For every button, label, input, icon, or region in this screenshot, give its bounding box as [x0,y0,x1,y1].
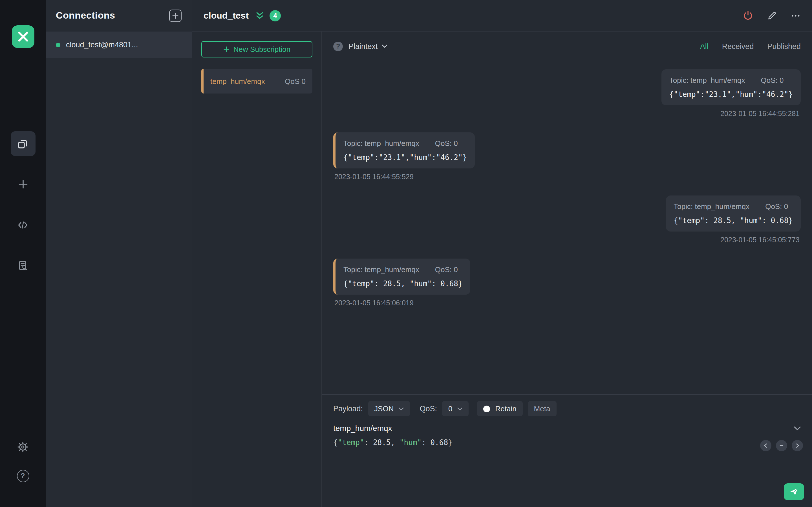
sidebar-item-new-connection[interactable] [10,172,35,196]
double-chevron-down-icon [255,11,264,20]
message-format-select[interactable]: Plaintext [349,42,388,50]
add-connection-button[interactable] [169,10,182,22]
filter-received[interactable]: Received [722,42,754,50]
message-timestamp: 2023-01-05 16:45:05:773 [719,236,801,244]
message-meta: Topic: temp_hum/emqx QoS: 0 [343,265,463,274]
topbar-actions [743,10,801,21]
arrow-right-icon [795,443,800,448]
message-topic: Topic: temp_hum/emqx [673,202,749,211]
payload-format-value: JSON [374,404,394,413]
subscription-topic: temp_hum/emqx [210,77,265,86]
message-topic: Topic: temp_hum/emqx [343,139,419,148]
main-area: cloud_test 4 [192,0,812,507]
message-payload: {"temp": 28.5, "hum": 0.68} [343,279,463,288]
messages-toolbar: ? Plaintext All Received Published [322,32,812,61]
disconnect-button[interactable] [743,10,753,21]
message-meta: Topic: temp_hum/emqx QoS: 0 [673,202,793,211]
meta-button[interactable]: Meta [528,401,557,416]
connection-title: cloud_test [204,10,249,20]
mqttx-logo-icon [17,31,29,43]
sidebar-item-connections[interactable] [10,131,35,156]
nav-icons [10,131,35,278]
question-icon: ? [20,472,25,480]
collapse-panel-button[interactable] [255,11,264,20]
chevron-down-icon [457,407,462,410]
connection-content: New Subscription temp_hum/emqx QoS 0 ? P… [192,32,812,507]
message-qos: QoS: 0 [435,265,458,274]
message-meta: Topic: temp_hum/emqx QoS: 0 [669,76,793,84]
payload-help-icon[interactable]: ? [333,41,343,51]
retain-label: Retain [495,404,516,413]
subscriptions-column: New Subscription temp_hum/emqx QoS 0 [192,32,322,507]
message-bubble: Topic: temp_hum/emqx QoS: 0 {"temp":"23.… [333,132,475,168]
message-format-value: Plaintext [349,42,378,50]
message-published: Topic: temp_hum/emqx QoS: 0 {"temp": 28.… [333,195,801,244]
message-filters: All Received Published [700,42,801,50]
mqttx-logo [11,25,34,48]
message-topic: Topic: temp_hum/emqx [669,76,745,84]
pager-collapse-button[interactable] [776,440,787,451]
chevron-down-icon [399,407,404,410]
message-published: Topic: temp_hum/emqx QoS: 0 {"temp":"23.… [333,69,801,118]
filter-published[interactable]: Published [767,42,801,50]
message-payload: {"temp":"23.1","hum":"46.2"} [343,153,467,162]
plus-icon [223,46,230,52]
new-subscription-button[interactable]: New Subscription [201,41,312,57]
subscription-qos: QoS 0 [285,77,306,86]
connection-status-dot [56,43,60,47]
message-received: Topic: temp_hum/emqx QoS: 0 {"temp": 28.… [333,259,801,307]
pager-prev-button[interactable] [760,440,771,451]
topic-input[interactable]: temp_hum/emqx [333,424,392,433]
publish-controls: Payload: JSON QoS: 0 [333,401,801,416]
subscription-item[interactable]: temp_hum/emqx QoS 0 [201,69,312,94]
retain-dot-icon [483,405,490,412]
power-icon [743,10,753,21]
connections-icon [17,138,29,150]
chevron-down-icon[interactable] [794,426,801,430]
connection-list-item[interactable]: cloud_test@m4801... [46,32,192,58]
help-button[interactable]: ? [17,470,29,482]
message-timestamp: 2023-01-05 16:44:55:529 [333,173,415,181]
mqttx-app-window: ? Connections cloud_test@m4801... cloud_… [0,0,812,507]
code-icon [17,219,29,231]
message-topic: Topic: temp_hum/emqx [343,265,419,274]
filter-all[interactable]: All [700,42,709,50]
payload-format-select[interactable]: JSON [368,401,410,416]
left-nav-rail: ? [0,0,46,507]
connections-title: Connections [56,10,115,21]
qos-select[interactable]: 0 [442,401,469,416]
meta-label: Meta [534,404,550,413]
log-icon [17,260,29,271]
gear-icon [17,441,29,453]
message-list[interactable]: Topic: temp_hum/emqx QoS: 0 {"temp":"23.… [322,61,812,394]
payload-format-label: Payload: [333,404,363,413]
plus-icon [17,179,29,190]
connection-topbar: cloud_test 4 [192,0,812,32]
pager-next-button[interactable] [792,440,803,451]
message-payload: {"temp":"23.1","hum":"46.2"} [669,90,793,99]
nav-bottom-icons: ? [17,441,29,482]
publish-panel: Payload: JSON QoS: 0 [322,394,812,507]
publish-payload-editor[interactable]: {"temp": 28.5, "hum": 0.68} [333,438,801,447]
send-icon [790,487,799,496]
retain-toggle[interactable]: Retain [477,401,522,416]
message-qos: QoS: 0 [765,202,788,211]
edit-connection-button[interactable] [767,10,777,20]
sidebar-item-log[interactable] [10,253,35,278]
message-count-badge: 4 [269,10,281,21]
sidebar-item-script[interactable] [10,212,35,237]
settings-button[interactable] [17,441,29,453]
more-options-button[interactable] [791,10,801,20]
arrow-left-icon [763,443,769,448]
message-received: Topic: temp_hum/emqx QoS: 0 {"temp":"23.… [333,132,801,181]
message-qos: QoS: 0 [761,76,784,84]
pencil-icon [767,10,777,20]
chevron-down-icon [382,45,388,48]
connections-panel: Connections cloud_test@m4801... [46,0,192,507]
connection-name: cloud_test@m4801... [66,41,138,49]
plus-icon [172,12,179,19]
topic-input-row: temp_hum/emqx [333,424,801,433]
message-bubble: Topic: temp_hum/emqx QoS: 0 {"temp": 28.… [666,195,801,231]
send-button[interactable] [784,483,804,500]
message-meta: Topic: temp_hum/emqx QoS: 0 [343,139,467,148]
